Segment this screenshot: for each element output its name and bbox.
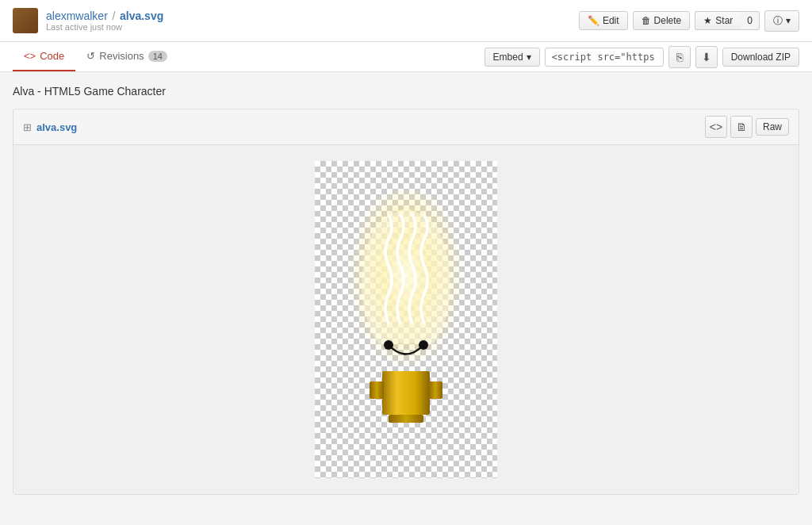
info-button[interactable]: ⓘ ▾ <box>764 10 799 32</box>
download-button[interactable]: ⬇ <box>695 46 718 68</box>
embed-button[interactable]: Embed ▾ <box>485 48 540 67</box>
copy-icon: ⎘ <box>676 51 683 63</box>
revisions-count: 14 <box>148 51 167 62</box>
file-box: ⊞ alva.svg <> 🗎 Raw <box>13 109 799 495</box>
star-label: Star <box>715 15 733 26</box>
tab-right-actions: Embed ▾ ⎘ ⬇ Download ZIP <box>485 46 799 68</box>
breadcrumb: alexmwalker / alva.svg <box>46 10 163 22</box>
raw-button[interactable]: Raw <box>756 118 789 136</box>
code-view-icon: <> <box>710 121 722 133</box>
file-type-icon: ⊞ <box>23 121 32 133</box>
copy-button[interactable]: ⎘ <box>668 46 691 68</box>
avatar <box>13 8 38 33</box>
delete-label: Delete <box>654 15 682 26</box>
svg-rect-5 <box>370 381 384 399</box>
svg-rect-4 <box>382 371 430 415</box>
embed-chevron-icon: ▾ <box>527 52 531 63</box>
tab-code[interactable]: <> Code <box>13 42 75 71</box>
last-active-text: Last active just now <box>46 22 163 32</box>
bulb-illustration <box>335 169 477 470</box>
svg-preview <box>315 161 497 478</box>
page-header: alexmwalker / alva.svg Last active just … <box>0 0 812 42</box>
revisions-icon: ↺ <box>86 50 95 62</box>
code-view-button[interactable]: <> <box>705 116 727 138</box>
code-icon: <> <box>24 50 36 62</box>
embed-script-input[interactable] <box>545 48 664 67</box>
file-content <box>13 145 799 494</box>
tab-code-label: Code <box>40 50 64 62</box>
star-group: ★ Star 0 <box>695 11 760 30</box>
header-actions: ✏️ Edit 🗑 Delete ★ Star 0 ⓘ ▾ <box>579 10 799 32</box>
edit-label: Edit <box>603 15 619 26</box>
svg-rect-7 <box>389 415 423 423</box>
svg-container <box>315 161 497 478</box>
delete-button[interactable]: 🗑 Delete <box>633 11 691 30</box>
file-name[interactable]: alva.svg <box>36 121 77 133</box>
header-left: alexmwalker / alva.svg Last active just … <box>13 8 163 33</box>
main-content: Alva - HTML5 Game Character ⊞ alva.svg <… <box>0 72 812 508</box>
pencil-icon: ✏️ <box>588 15 599 26</box>
doc-button[interactable]: 🗎 <box>730 116 753 138</box>
embed-label: Embed <box>493 52 523 63</box>
info-chevron: ▾ <box>786 15 791 26</box>
svg-rect-6 <box>428 381 442 399</box>
trash-icon: 🗑 <box>642 15 651 26</box>
download-zip-label: Download ZIP <box>731 52 791 63</box>
star-button[interactable]: ★ Star <box>695 11 741 30</box>
breadcrumb-user[interactable]: alexmwalker <box>46 10 108 22</box>
file-header: ⊞ alva.svg <> 🗎 Raw <box>13 109 799 145</box>
doc-icon: 🗎 <box>736 121 747 133</box>
tabs: <> Code ↺ Revisions 14 <box>13 42 178 71</box>
tab-revisions-label: Revisions <box>99 50 144 62</box>
raw-label: Raw <box>763 121 782 132</box>
tab-revisions[interactable]: ↺ Revisions 14 <box>75 42 178 71</box>
edit-button[interactable]: ✏️ Edit <box>579 11 628 30</box>
info-icon: ⓘ <box>773 14 783 28</box>
download-icon: ⬇ <box>702 51 711 63</box>
breadcrumb-repo[interactable]: alva.svg <box>120 10 163 22</box>
breadcrumb-separator: / <box>112 10 115 22</box>
file-header-left: ⊞ alva.svg <box>23 121 77 133</box>
header-meta: alexmwalker / alva.svg Last active just … <box>46 10 163 32</box>
star-icon: ★ <box>703 15 712 26</box>
star-count: 0 <box>741 11 760 30</box>
download-zip-button[interactable]: Download ZIP <box>722 48 799 67</box>
file-header-right: <> 🗎 Raw <box>705 116 789 138</box>
page-title: Alva - HTML5 Game Character <box>13 85 799 98</box>
tab-bar: <> Code ↺ Revisions 14 Embed ▾ ⎘ ⬇ Downl… <box>0 42 812 72</box>
